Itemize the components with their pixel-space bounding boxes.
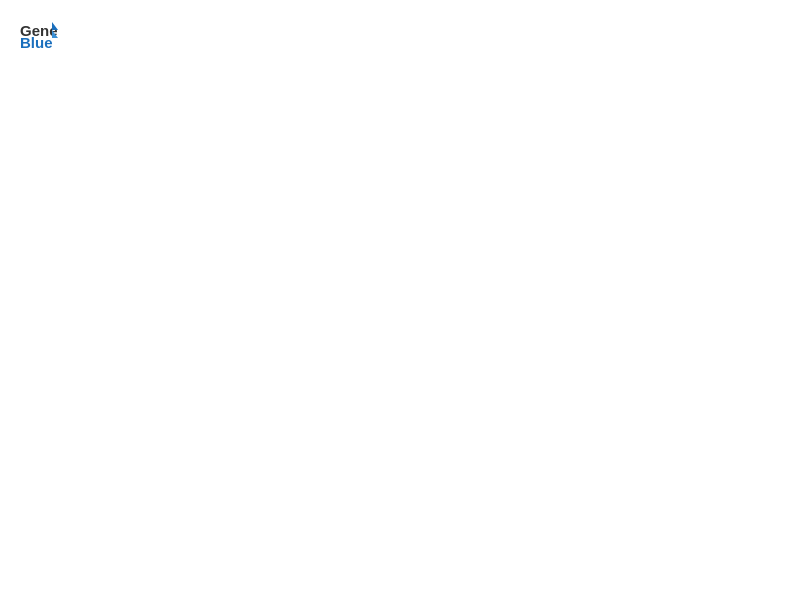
logo: General Blue [20,20,58,54]
svg-text:Blue: Blue [20,34,53,50]
page-header: General Blue [20,20,772,54]
logo-icon: General Blue [20,20,58,54]
